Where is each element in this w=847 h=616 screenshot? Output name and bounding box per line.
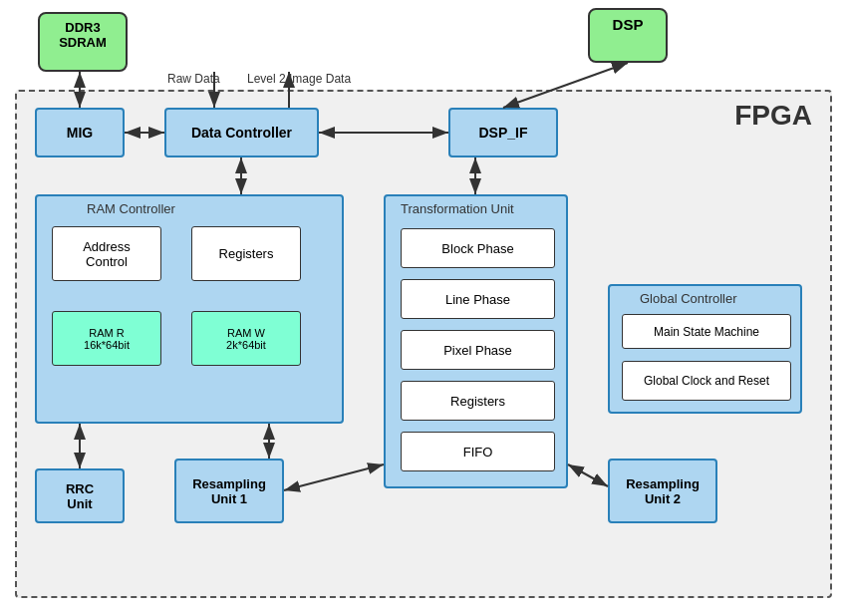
raw-data-label: Raw Data bbox=[167, 72, 220, 86]
ddr3-box: DDR3 SDRAM bbox=[38, 12, 128, 72]
ram-controller-section: RAM Controller Address Control Registers… bbox=[35, 194, 344, 424]
address-control-box: Address Control bbox=[52, 226, 161, 281]
fifo-box: FIFO bbox=[401, 432, 555, 471]
transformation-unit-section: Transformation Unit Block Phase Line Pha… bbox=[384, 194, 568, 488]
transformation-unit-label: Transformation Unit bbox=[401, 201, 514, 216]
resampling-unit1-box: Resampling Unit 1 bbox=[174, 459, 284, 523]
diagram-container: { "title": "FPGA Architecture Diagram", … bbox=[0, 0, 847, 616]
mig-box: MIG bbox=[35, 108, 125, 157]
block-phase-box: Block Phase bbox=[401, 228, 555, 268]
dsp-if-box: DSP_IF bbox=[448, 108, 558, 157]
data-controller-box: Data Controller bbox=[164, 108, 319, 157]
tu-registers-box: Registers bbox=[401, 381, 555, 421]
global-controller-label: Global Controller bbox=[640, 291, 737, 306]
dsp-box: DSP bbox=[588, 8, 668, 63]
level2-label: Level 2 Image Data bbox=[247, 72, 351, 86]
fpga-label: FPGA bbox=[734, 100, 812, 132]
resampling-unit2-box: Resampling Unit 2 bbox=[608, 459, 717, 523]
pixel-phase-box: Pixel Phase bbox=[401, 330, 555, 370]
ram-w-box: RAM W 2k*64bit bbox=[191, 311, 301, 366]
rrc-unit-box: RRC Unit bbox=[35, 468, 125, 523]
main-state-machine-box: Main State Machine bbox=[622, 314, 791, 349]
global-controller-section: Global Controller Main State Machine Glo… bbox=[608, 284, 802, 414]
ram-r-box: RAM R 16k*64bit bbox=[52, 311, 161, 366]
ram-controller-label: RAM Controller bbox=[87, 201, 175, 216]
line-phase-box: Line Phase bbox=[401, 279, 555, 319]
global-clock-reset-box: Global Clock and Reset bbox=[622, 361, 791, 401]
ram-registers-box: Registers bbox=[191, 226, 301, 281]
